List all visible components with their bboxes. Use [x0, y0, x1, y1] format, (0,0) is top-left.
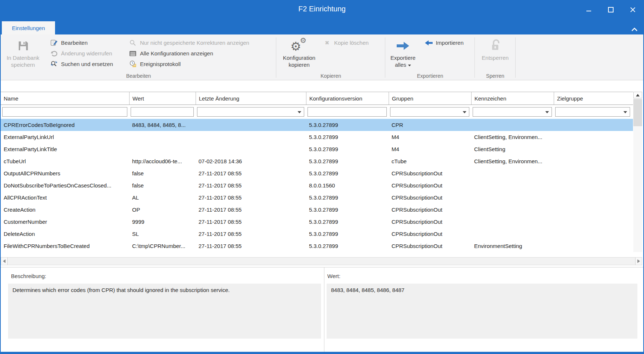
cell-konfigurationsversion: 5.3.0.27899 [306, 194, 389, 201]
cell-name: CPRErrorCodesToBeIgnored [1, 122, 129, 128]
filter-combo-gruppen[interactable] [390, 107, 469, 117]
scroll-right-button[interactable] [635, 258, 642, 265]
search-and-replace-button[interactable]: Suchen und ersetzen [47, 59, 124, 69]
filter-text-wert[interactable] [131, 107, 193, 116]
delete-copy-label: Kopie löschen [334, 40, 368, 46]
table-row[interactable]: CreateActionOP27-11-2017 08:555.3.0.2789… [1, 204, 633, 216]
cell-name: ExternalPartyLinkTitle [1, 146, 129, 152]
filter-combo-zielgruppe[interactable] [555, 107, 630, 117]
cell-konfigurationsversion: 5.3.0.27899 [306, 134, 389, 140]
titlebar: F2 Einrichtung [0, 0, 644, 19]
filter-text-zielgruppe[interactable] [556, 107, 630, 116]
description-value: Determines which error codes (from CPR) … [8, 284, 321, 339]
maximize-button[interactable] [606, 5, 615, 14]
scroll-left-button[interactable] [1, 258, 8, 265]
filter-input-konfigurationsversion[interactable] [308, 107, 387, 117]
cell-gruppen: cTube [389, 158, 471, 164]
vertical-scrollbar-thumb[interactable] [633, 99, 642, 126]
filter-text-letzte-aenderung[interactable] [197, 107, 304, 116]
column-header-wert[interactable]: Wert [129, 92, 196, 105]
cell-letzte-aenderung: 27-11-2017 08:55 [196, 194, 306, 201]
save-button-label-line2: speichern [7, 61, 39, 68]
table-body: CPRErrorCodesToBeIgnored8483, 8484, 8485… [1, 119, 633, 252]
filter-combo-letzte-aenderung[interactable] [197, 107, 304, 117]
cell-gruppen: CPRSubscriptionOut [389, 182, 471, 189]
cell-letzte-aenderung: 27-11-2017 08:55 [196, 170, 306, 176]
search-replace-icon [50, 60, 58, 68]
filter-input-name[interactable] [2, 107, 127, 117]
filter-text-gruppen[interactable] [390, 107, 469, 116]
show-all-configurations-button[interactable]: Alle Konfigurationen anzeigen [126, 48, 276, 59]
column-header-kennzeichen[interactable]: Kennzeichen [471, 92, 554, 105]
horizontal-scrollbar[interactable] [1, 257, 642, 265]
column-header-zielgruppe[interactable]: Zielgruppe [554, 92, 632, 105]
cell-kennzeichen: ClientSetting [471, 146, 554, 152]
table-row[interactable]: cTubeUrlhttp://accloud06-te...07-02-2018… [1, 155, 633, 167]
cell-name: cTubeUrl [1, 158, 129, 164]
event-log-label: Ereignisprotokoll [140, 61, 181, 67]
triangle-up-icon [636, 94, 640, 96]
cell-konfigurationsversion: 5.3.0.27899 [306, 219, 389, 225]
unlock-label: Entsperren [482, 54, 509, 61]
delete-copy-button[interactable]: ✖ Kopie löschen [320, 37, 371, 48]
column-header-gruppen[interactable]: Gruppen [389, 92, 471, 105]
export-all-button[interactable]: Exportiere alles [388, 34, 418, 68]
cell-letzte-aenderung: 27-11-2017 08:55 [196, 219, 306, 225]
dropdown-caret-icon [408, 65, 411, 66]
column-header-letzte-aenderung[interactable]: Letzte Änderung [196, 92, 306, 105]
filter-text-konfigurationsversion[interactable] [308, 107, 386, 116]
copy-configuration-label-line1: Konfiguration [283, 54, 315, 61]
table-row[interactable]: CustomerNumber999927-11-2017 08:555.3.0.… [1, 216, 633, 228]
table-row[interactable]: CPRErrorCodesToBeIgnored8483, 8484, 8485… [1, 119, 633, 131]
vertical-scrollbar[interactable] [633, 92, 642, 252]
import-button[interactable]: Importieren [422, 37, 466, 48]
app-window: F2 Einrichtung Einstellungen [0, 0, 644, 354]
group-label-kopieren: Kopieren [276, 73, 385, 79]
ribbon: In Datenbank speichern Bearbe [1, 34, 643, 80]
table-row[interactable]: ExternalPartyLinkUrl5.3.0.27899M4ClientS… [1, 131, 633, 143]
cell-gruppen: CPRSubscriptionOut [389, 194, 471, 201]
table-row[interactable]: DeleteActionSL27-11-2017 08:555.3.0.2789… [1, 228, 633, 240]
minimize-button[interactable] [584, 5, 593, 14]
cell-gruppen: CPR [389, 122, 471, 128]
edit-button[interactable]: Bearbeiten [47, 37, 124, 48]
filter-cell-konfigurationsversion [306, 107, 389, 117]
search-icon [128, 39, 137, 47]
save-to-database-button[interactable]: In Datenbank speichern [4, 34, 42, 68]
cell-gruppen: CPRSubscriptionOut [389, 219, 471, 225]
tab-einstellungen[interactable]: Einstellungen [2, 21, 55, 34]
scroll-up-button[interactable] [633, 92, 642, 98]
filter-dropdown-caret-icon[interactable] [545, 111, 549, 113]
cell-kennzeichen: EnvironmentSetting [471, 243, 554, 249]
filter-input-wert[interactable] [131, 107, 194, 117]
undo-change-button[interactable]: Änderung widerrufen [47, 48, 124, 59]
filter-text-name[interactable] [3, 107, 127, 116]
table-row[interactable]: FileWithCPRNumbersToBeCreatedC:\tmp\CPRN… [1, 240, 633, 252]
configuration-table: NameWertLetzte ÄnderungKonfigurationsver… [1, 92, 633, 252]
table-row[interactable]: DoNotSubscribeToPartiesOnCasesClosed...f… [1, 179, 633, 191]
event-log-button[interactable]: Ereignisprotokoll [126, 59, 276, 69]
show-unsaved-corrections-button[interactable]: Nur nicht gespeicherte Korrekturen anzei… [126, 37, 276, 48]
table-row[interactable]: OutputAllCPRNumbersfalse27-11-2017 08:55… [1, 167, 633, 179]
column-header-konfigurationsversion[interactable]: Konfigurationsversion [306, 92, 389, 105]
table-row[interactable]: ExternalPartyLinkTitle5.3.0.27899M4Clien… [1, 143, 633, 155]
collapse-ribbon-button[interactable] [631, 27, 638, 32]
table-row[interactable]: AllCPRActionTextAL27-11-2017 08:555.3.0.… [1, 191, 633, 204]
unlock-button[interactable]: Entsperren [479, 34, 512, 61]
filter-dropdown-caret-icon[interactable] [298, 111, 301, 113]
filter-combo-kennzeichen[interactable] [473, 107, 552, 117]
cell-konfigurationsversion: 5.3.0.27899 [306, 122, 389, 128]
cell-konfigurationsversion: 8.0.0.1560 [306, 182, 389, 189]
cell-name: CreateAction [1, 207, 129, 213]
filter-dropdown-caret-icon[interactable] [463, 111, 466, 113]
table-header-row: NameWertLetzte ÄnderungKonfigurationsver… [1, 92, 633, 105]
filter-text-kennzeichen[interactable] [473, 107, 552, 116]
copy-configuration-button[interactable]: ⚙ ⚙ Konfiguration kopieren [280, 34, 318, 68]
filter-cell-kennzeichen [471, 107, 554, 117]
column-header-name[interactable]: Name [1, 92, 129, 105]
close-button[interactable] [628, 5, 637, 14]
filter-cell-wert [129, 107, 196, 117]
close-icon [630, 7, 636, 12]
ribbon-group-sperren: Entsperren Sperren [475, 34, 516, 80]
filter-dropdown-caret-icon[interactable] [623, 111, 627, 113]
